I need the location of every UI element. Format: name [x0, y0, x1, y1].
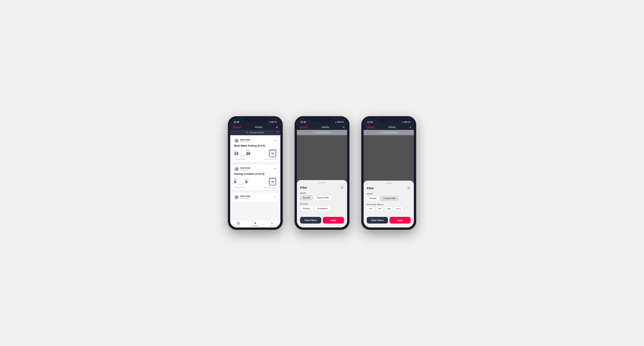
bottom-nav-1: 🏠 Home ♣ Activities ⊕ Capture: [230, 220, 280, 227]
shot-quality-label-2: Shot Quality: [269, 177, 276, 178]
filter-btn-putt-3[interactable]: PUTT: [394, 207, 403, 211]
content-area-3: Filter ✕ Show Rounds Practice Drills Pra…: [364, 135, 414, 227]
filter-overlay-2: Filter ✕ Show Rounds Practice Drills Rou…: [297, 135, 347, 227]
filter-title-2: Filter: [300, 186, 307, 189]
home-icon-1: 🏠: [237, 221, 240, 224]
rounds-options-2: Practice Tournament: [300, 206, 344, 211]
test-info-2[interactable]: ⓘ Test Information: [234, 186, 246, 188]
shots-value-2: 9: [245, 180, 249, 184]
drill-options-3: OTT APP ARG PUTT: [367, 207, 411, 211]
filter-btn-app-3[interactable]: APP: [376, 207, 384, 211]
wifi-icon-2: WiFi: [337, 121, 341, 123]
menu-icon-1[interactable]: ≡: [276, 126, 278, 129]
filter-icon-2: ⚙: [313, 132, 315, 134]
activity-card-1: 👤 Josh Coles 28 Feb 2023 ••• Must Make P…: [232, 136, 279, 162]
out-of-1: OUT OF: [240, 155, 245, 157]
menu-icon-2[interactable]: ≡: [343, 126, 344, 129]
apply-btn-2[interactable]: Apply: [323, 217, 344, 223]
phone-1-inner: 11:33 ▲ WiFi 51 clippd Activity ≡ ⚙ View…: [230, 119, 280, 227]
filter-icon-3: ⚙: [380, 132, 382, 134]
card-user-2: 👤 Josh Coles 28 Feb 2023: [234, 167, 250, 171]
filter-btn-practice-round-2[interactable]: Practice: [300, 206, 313, 211]
signal-icon: ▲: [268, 121, 270, 123]
nav-title-2: Activity: [322, 126, 329, 129]
filter-btn-arg-3[interactable]: ARG: [385, 207, 393, 211]
banner-dot-3: [410, 131, 412, 133]
user-date-1: 28 Feb 2023: [240, 141, 250, 143]
show-options-3: Rounds Practice Drills: [367, 196, 411, 201]
info-icon-2: ⓘ: [234, 186, 236, 188]
nav-item-home-1[interactable]: 🏠 Home: [230, 221, 247, 227]
user-name-1: Josh Coles: [240, 139, 250, 141]
phone-1: 11:33 ▲ WiFi 51 clippd Activity ≡ ⚙ View…: [228, 116, 283, 230]
user-name-2: Josh Coles: [240, 167, 250, 169]
status-time-1: 11:33: [234, 121, 239, 123]
notch-2: [311, 116, 333, 122]
card-header-2: 👤 Josh Coles 28 Feb 2023 •••: [234, 167, 276, 171]
more-dots-3[interactable]: •••: [274, 196, 276, 198]
avatar-2: 👤: [234, 167, 239, 171]
user-info-3: Josh Coles 28 Feb 2023: [240, 195, 250, 199]
banner-dot-2: [344, 131, 345, 133]
status-time-3: 11:33: [367, 121, 373, 123]
notch-3: [378, 116, 400, 122]
viewing-banner-1[interactable]: ⚙ Viewing Activities: [230, 130, 280, 135]
filter-icon-1: ⚙: [246, 132, 248, 134]
capture-icon-1: ⊕: [271, 221, 273, 224]
status-time-2: 11:33: [300, 121, 306, 123]
show-label-2: Show: [300, 192, 344, 194]
info-icon-1: ⓘ: [234, 158, 236, 160]
nav-item-capture-1[interactable]: ⊕ Capture: [264, 221, 280, 227]
filter-actions-2: Clear Filters Apply: [300, 217, 344, 223]
filter-btn-rounds-2[interactable]: Rounds: [300, 195, 312, 200]
filter-handle-2: [318, 182, 326, 183]
more-dots-1[interactable]: •••: [274, 139, 276, 142]
filter-btn-rounds-3[interactable]: Rounds: [367, 196, 379, 201]
shot-quality-label-1: Shot Quality: [269, 149, 276, 150]
activity-title-1: Must Make Putting (3-6 ft): [234, 144, 276, 147]
stats-row-1: Score 10 OUT OF Shots 20 Shot Quality 75: [234, 149, 276, 157]
filter-handle-3: [385, 183, 392, 184]
user-date-2: 28 Feb 2023: [240, 169, 250, 171]
banner-text-2: Viewing Activities: [316, 132, 331, 134]
card-header-1: 👤 Josh Coles 28 Feb 2023 •••: [234, 138, 276, 143]
filter-sheet-3: Filter ✕ Show Rounds Practice Drills Pra…: [364, 181, 414, 227]
status-icons-1: ▲ WiFi 51: [268, 121, 277, 123]
nav-bar-1: clippd Activity ≡: [230, 124, 280, 130]
test-info-1[interactable]: ⓘ Test Information: [234, 158, 246, 160]
apply-btn-3[interactable]: Apply: [390, 217, 411, 223]
nav-bar-3: clippd Activity ≡: [364, 124, 414, 130]
filter-close-2[interactable]: ✕: [340, 185, 344, 189]
activity-card-2: 👤 Josh Coles 28 Feb 2023 ••• Putting Com…: [232, 165, 279, 190]
user-info-2: Josh Coles 28 Feb 2023: [240, 167, 250, 171]
viewing-banner-3: ⚙ Viewing Activities: [364, 130, 414, 135]
battery-icon-3: 51: [408, 121, 410, 123]
content-area-2: Filter ✕ Show Rounds Practice Drills Rou…: [297, 135, 347, 227]
menu-icon-3[interactable]: ≡: [410, 126, 411, 129]
phone-2: 11:33 ▲ WiFi 51 clippd Activity ≡ ⚙ View…: [294, 116, 350, 230]
status-icons-2: ▲ WiFi 51: [335, 121, 344, 123]
banner-dot-1: [277, 131, 278, 133]
filter-btn-tournament-2[interactable]: Tournament: [314, 206, 330, 211]
score-section-1: Score 10: [234, 150, 238, 156]
filter-btn-practice-drills-3[interactable]: Practice Drills: [380, 196, 398, 201]
signal-icon-2: ▲: [335, 121, 337, 123]
shots-label-2: Shots: [245, 178, 249, 180]
home-label-1: Home: [236, 225, 240, 227]
user-name-3: Josh Coles: [240, 195, 250, 197]
filter-btn-practice-drills-2[interactable]: Practice Drills: [314, 195, 332, 200]
status-icons-3: ▲ WiFi 51: [402, 121, 410, 123]
shots-section-2: Shots 9: [245, 178, 249, 184]
clear-filters-btn-3[interactable]: Clear Filters: [367, 217, 388, 223]
filter-close-3[interactable]: ✕: [407, 186, 411, 190]
content-1: 👤 Josh Coles 28 Feb 2023 ••• Must Make P…: [230, 135, 280, 220]
filter-btn-ott-3[interactable]: OTT: [367, 207, 374, 211]
score-value-1: 10: [234, 152, 238, 156]
shots-section-1: Shots 20: [246, 150, 250, 156]
battery-icon-2: 51: [342, 121, 344, 123]
clear-filters-btn-2[interactable]: Clear Filters: [300, 217, 321, 223]
card-header-3: 👤 Josh Coles 28 Feb 2023 •••: [234, 195, 276, 199]
nav-item-activities-1[interactable]: ♣ Activities: [247, 221, 264, 227]
more-dots-2[interactable]: •••: [274, 168, 276, 170]
nav-title-3: Activity: [388, 126, 396, 129]
